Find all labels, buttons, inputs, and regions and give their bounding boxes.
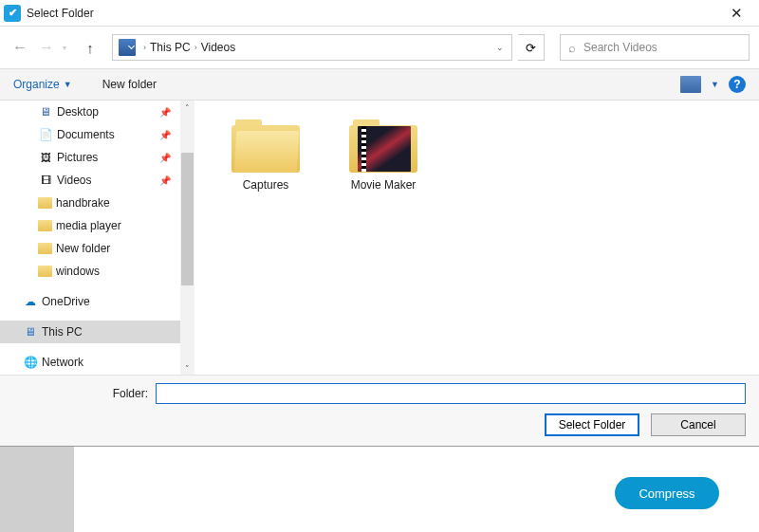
sidebar-item-label: OneDrive [42,295,90,308]
up-button[interactable]: ↑ [80,40,101,56]
sidebar-item-label: handbrake [56,196,110,210]
sidebar-item-label: Pictures [57,151,98,164]
location-icon [119,39,136,56]
content-pane[interactable]: Captures Movie Maker [194,101,759,376]
network-icon [23,356,38,369]
scroll-down-icon[interactable]: ˅ [180,361,194,376]
toolbar: Organize ▼ New folder ▼ ? [0,68,759,101]
help-button[interactable]: ? [729,76,746,93]
pin-icon: 📌 [159,130,171,140]
cancel-button[interactable]: Cancel [651,413,746,436]
folder-icon [349,118,417,173]
titlebar: ✔ Select Folder ✕ [0,0,759,27]
search-icon: ⌕ [568,41,576,55]
sidebar-item-label: Videos [57,174,91,187]
tile-label: Captures [243,178,289,192]
search-placeholder: Search Videos [583,41,657,54]
sidebar-item-handbrake[interactable]: handbrake [0,192,180,214]
onedrive-icon [23,295,38,308]
sidebar-item-windows[interactable]: windows [0,260,180,283]
recent-locations-button[interactable]: ▾ [63,44,74,52]
chevron-right-icon: › [143,43,146,52]
sidebar-item-label: Desktop [57,105,99,119]
caret-down-icon: ▼ [64,80,72,89]
sidebar-wrap: Desktop📌 Documents📌 Pictures📌 Videos📌 ha… [0,101,194,376]
breadcrumb-this-pc[interactable]: This PC [150,41,191,54]
window-title: Select Folder [27,7,717,20]
pin-icon: 📌 [159,107,171,118]
videos-icon [38,174,53,187]
caret-down-icon[interactable]: ▼ [711,80,719,89]
select-folder-button[interactable]: Select Folder [545,413,639,436]
sidebar-item-label: Documents [57,128,115,141]
pin-icon: 📌 [159,175,171,186]
breadcrumb-videos[interactable]: Videos [201,41,235,54]
dialog-body: Desktop📌 Documents📌 Pictures📌 Videos📌 ha… [0,101,759,376]
address-bar[interactable]: › This PC › Videos ⌄ [112,34,512,61]
folder-icon [38,197,52,209]
folder-icon [38,220,52,231]
search-box[interactable]: ⌕ Search Videos [560,34,750,61]
address-dropdown[interactable]: ⌄ [491,43,509,52]
sidebar-item-network[interactable]: Network [0,351,180,374]
sidebar-item-label: media player [56,219,121,232]
bottom-bar: Folder: Select Folder Cancel [0,375,759,446]
back-button[interactable]: ← [9,37,30,58]
navigation-pane: Desktop📌 Documents📌 Pictures📌 Videos📌 ha… [0,101,180,376]
organize-label: Organize [13,78,60,91]
folder-tile-captures[interactable]: Captures [223,118,308,192]
sidebar-item-media-player[interactable]: media player [0,214,180,237]
sidebar-item-new-folder[interactable]: New folder [0,237,180,260]
folder-icon [231,118,300,173]
scrollbar-thumb[interactable] [181,153,194,285]
sidebar-item-label: New folder [56,242,110,255]
sidebar-item-pictures[interactable]: Pictures📌 [0,146,180,169]
folder-tile-movie-maker[interactable]: Movie Maker [341,118,426,192]
pin-icon: 📌 [159,153,171,163]
app-icon: ✔ [4,5,21,22]
organize-menu[interactable]: Organize ▼ [13,78,72,91]
new-folder-button[interactable]: New folder [102,78,157,91]
view-options-button[interactable] [680,76,701,93]
pictures-icon [38,151,53,164]
select-folder-dialog: ✔ Select Folder ✕ ← → ▾ ↑ › This PC › Vi… [0,0,759,447]
this-pc-icon [23,325,38,339]
folder-field-label: Folder: [13,387,156,400]
sidebar-item-desktop[interactable]: Desktop📌 [0,101,180,123]
sidebar-item-onedrive[interactable]: OneDrive [0,290,180,313]
desktop-icon [38,105,53,119]
nav-row: ← → ▾ ↑ › This PC › Videos ⌄ ⟳ ⌕ Search … [0,27,759,68]
close-button[interactable]: ✕ [717,3,755,24]
refresh-button[interactable]: ⟳ [518,34,545,61]
folder-icon [38,243,52,254]
folder-icon [38,266,52,277]
sidebar-item-label: windows [56,265,100,278]
sidebar-item-label: This PC [42,325,83,339]
sidebar-item-videos[interactable]: Videos📌 [0,169,180,192]
sidebar-item-this-pc[interactable]: This PC [0,321,180,343]
folder-name-input[interactable] [156,383,746,404]
documents-icon [38,128,53,141]
scroll-up-icon[interactable]: ˄ [180,101,194,115]
compress-button[interactable]: Compress [615,477,719,509]
sidebar-item-label: Network [42,356,83,369]
chevron-right-icon: › [194,43,197,52]
tile-label: Movie Maker [351,178,417,192]
sidebar-scrollbar[interactable]: ˄ ˅ [180,101,194,376]
forward-button[interactable]: → [36,37,57,58]
sidebar-item-documents[interactable]: Documents📌 [0,123,180,146]
